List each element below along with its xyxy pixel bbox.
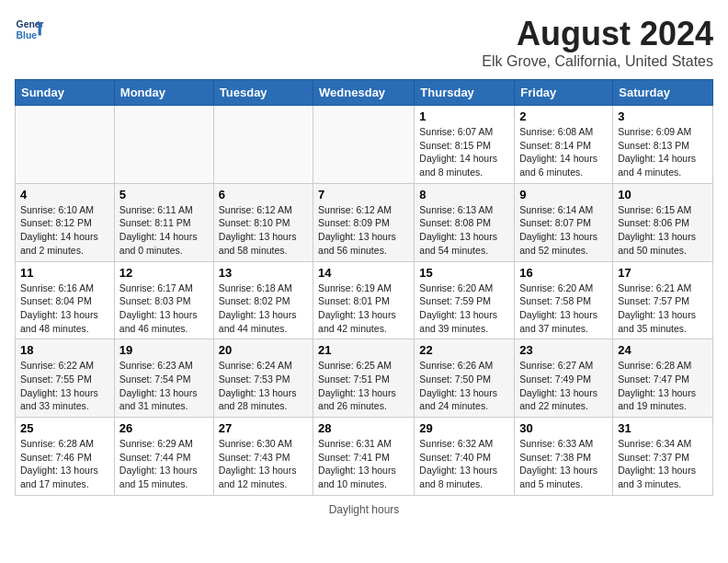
page-subtitle: Elk Grove, California, United States — [482, 53, 713, 70]
day-info: Sunrise: 6:17 AM Sunset: 8:03 PM Dayligh… — [119, 282, 209, 336]
footer-note: Daylight hours — [15, 503, 713, 516]
daylight-label: Daylight hours — [329, 503, 400, 516]
day-number: 5 — [119, 188, 209, 201]
day-number: 18 — [20, 343, 109, 357]
calendar-table: SundayMondayTuesdayWednesdayThursdayFrid… — [15, 79, 713, 496]
calendar-cell: 9Sunrise: 6:14 AM Sunset: 8:07 PM Daylig… — [515, 183, 613, 261]
day-info: Sunrise: 6:22 AM Sunset: 7:55 PM Dayligh… — [20, 359, 109, 413]
day-number: 24 — [618, 343, 708, 357]
calendar-cell: 6Sunrise: 6:12 AM Sunset: 8:10 PM Daylig… — [213, 183, 313, 261]
day-header-tuesday: Tuesday — [213, 80, 313, 106]
day-info: Sunrise: 6:16 AM Sunset: 8:04 PM Dayligh… — [20, 282, 109, 336]
calendar-cell: 2Sunrise: 6:08 AM Sunset: 8:14 PM Daylig… — [515, 106, 613, 184]
calendar-cell: 16Sunrise: 6:20 AM Sunset: 7:58 PM Dayli… — [515, 261, 613, 339]
day-info: Sunrise: 6:08 AM Sunset: 8:14 PM Dayligh… — [519, 125, 608, 179]
calendar-cell: 28Sunrise: 6:31 AM Sunset: 7:41 PM Dayli… — [313, 418, 415, 496]
day-info: Sunrise: 6:33 AM Sunset: 7:38 PM Dayligh… — [519, 437, 608, 491]
calendar-cell: 12Sunrise: 6:17 AM Sunset: 8:03 PM Dayli… — [114, 261, 213, 339]
day-number: 26 — [119, 421, 209, 435]
day-number: 8 — [419, 188, 509, 201]
day-number: 1 — [419, 109, 509, 123]
day-info: Sunrise: 6:12 AM Sunset: 8:09 PM Dayligh… — [318, 203, 409, 258]
calendar-cell: 25Sunrise: 6:28 AM Sunset: 7:46 PM Dayli… — [16, 418, 115, 496]
day-info: Sunrise: 6:21 AM Sunset: 7:57 PM Dayligh… — [618, 282, 708, 336]
day-number: 10 — [618, 188, 708, 201]
calendar-cell: 10Sunrise: 6:15 AM Sunset: 8:06 PM Dayli… — [613, 183, 713, 261]
day-info: Sunrise: 6:28 AM Sunset: 7:46 PM Dayligh… — [20, 437, 109, 491]
calendar-week-3: 11Sunrise: 6:16 AM Sunset: 8:04 PM Dayli… — [16, 261, 713, 339]
day-info: Sunrise: 6:25 AM Sunset: 7:51 PM Dayligh… — [318, 359, 409, 413]
day-number: 11 — [20, 266, 109, 280]
day-info: Sunrise: 6:27 AM Sunset: 7:49 PM Dayligh… — [519, 359, 608, 413]
calendar-cell: 7Sunrise: 6:12 AM Sunset: 8:09 PM Daylig… — [313, 183, 415, 261]
day-number: 17 — [618, 266, 708, 280]
calendar-week-1: 1Sunrise: 6:07 AM Sunset: 8:15 PM Daylig… — [16, 106, 713, 184]
header: General Blue August 2024 Elk Grove, Cali… — [15, 15, 713, 70]
calendar-cell: 14Sunrise: 6:19 AM Sunset: 8:01 PM Dayli… — [313, 261, 415, 339]
calendar-cell: 21Sunrise: 6:25 AM Sunset: 7:51 PM Dayli… — [313, 339, 415, 418]
day-number: 28 — [318, 421, 409, 435]
calendar-cell: 22Sunrise: 6:26 AM Sunset: 7:50 PM Dayli… — [415, 339, 515, 418]
calendar-cell: 24Sunrise: 6:28 AM Sunset: 7:47 PM Dayli… — [613, 339, 713, 418]
day-header-thursday: Thursday — [415, 80, 515, 106]
logo: General Blue — [15, 15, 44, 44]
calendar-cell — [213, 106, 313, 184]
day-info: Sunrise: 6:07 AM Sunset: 8:15 PM Dayligh… — [419, 125, 509, 179]
day-number: 2 — [519, 109, 608, 123]
calendar-cell: 19Sunrise: 6:23 AM Sunset: 7:54 PM Dayli… — [114, 339, 213, 418]
calendar-cell: 5Sunrise: 6:11 AM Sunset: 8:11 PM Daylig… — [114, 183, 213, 261]
day-info: Sunrise: 6:28 AM Sunset: 7:47 PM Dayligh… — [618, 359, 708, 413]
calendar-cell: 3Sunrise: 6:09 AM Sunset: 8:13 PM Daylig… — [613, 106, 713, 184]
day-info: Sunrise: 6:32 AM Sunset: 7:40 PM Dayligh… — [419, 437, 509, 491]
day-number: 25 — [20, 421, 109, 435]
day-header-saturday: Saturday — [613, 80, 713, 106]
day-number: 16 — [519, 266, 608, 280]
calendar-cell: 27Sunrise: 6:30 AM Sunset: 7:43 PM Dayli… — [213, 418, 313, 496]
day-number: 9 — [519, 188, 608, 201]
day-number: 14 — [318, 266, 409, 280]
day-info: Sunrise: 6:15 AM Sunset: 8:06 PM Dayligh… — [618, 203, 708, 258]
day-number: 4 — [20, 188, 109, 201]
calendar-cell: 8Sunrise: 6:13 AM Sunset: 8:08 PM Daylig… — [415, 183, 515, 261]
day-info: Sunrise: 6:18 AM Sunset: 8:02 PM Dayligh… — [219, 282, 308, 336]
calendar-cell: 1Sunrise: 6:07 AM Sunset: 8:15 PM Daylig… — [415, 106, 515, 184]
calendar-week-2: 4Sunrise: 6:10 AM Sunset: 8:12 PM Daylig… — [16, 183, 713, 261]
day-info: Sunrise: 6:24 AM Sunset: 7:53 PM Dayligh… — [219, 359, 308, 413]
day-info: Sunrise: 6:10 AM Sunset: 8:12 PM Dayligh… — [20, 203, 109, 258]
day-number: 3 — [618, 109, 708, 123]
day-info: Sunrise: 6:20 AM Sunset: 7:58 PM Dayligh… — [519, 282, 608, 336]
day-header-friday: Friday — [515, 80, 613, 106]
calendar-cell: 20Sunrise: 6:24 AM Sunset: 7:53 PM Dayli… — [213, 339, 313, 418]
day-info: Sunrise: 6:14 AM Sunset: 8:07 PM Dayligh… — [519, 203, 608, 258]
day-number: 23 — [519, 343, 608, 357]
logo-icon: General Blue — [15, 15, 44, 44]
calendar-cell: 23Sunrise: 6:27 AM Sunset: 7:49 PM Dayli… — [515, 339, 613, 418]
calendar-cell: 30Sunrise: 6:33 AM Sunset: 7:38 PM Dayli… — [515, 418, 613, 496]
day-number: 12 — [119, 266, 209, 280]
day-info: Sunrise: 6:11 AM Sunset: 8:11 PM Dayligh… — [119, 203, 209, 258]
day-info: Sunrise: 6:30 AM Sunset: 7:43 PM Dayligh… — [219, 437, 308, 491]
calendar-cell: 17Sunrise: 6:21 AM Sunset: 7:57 PM Dayli… — [613, 261, 713, 339]
day-header-monday: Monday — [114, 80, 213, 106]
day-info: Sunrise: 6:31 AM Sunset: 7:41 PM Dayligh… — [318, 437, 409, 491]
day-info: Sunrise: 6:12 AM Sunset: 8:10 PM Dayligh… — [219, 203, 308, 258]
day-info: Sunrise: 6:34 AM Sunset: 7:37 PM Dayligh… — [618, 437, 708, 491]
day-number: 30 — [519, 421, 608, 435]
day-info: Sunrise: 6:13 AM Sunset: 8:08 PM Dayligh… — [419, 203, 509, 258]
day-info: Sunrise: 6:09 AM Sunset: 8:13 PM Dayligh… — [618, 125, 708, 179]
calendar-week-5: 25Sunrise: 6:28 AM Sunset: 7:46 PM Dayli… — [16, 418, 713, 496]
calendar-cell: 11Sunrise: 6:16 AM Sunset: 8:04 PM Dayli… — [16, 261, 115, 339]
calendar-week-4: 18Sunrise: 6:22 AM Sunset: 7:55 PM Dayli… — [16, 339, 713, 418]
calendar-cell: 4Sunrise: 6:10 AM Sunset: 8:12 PM Daylig… — [16, 183, 115, 261]
svg-text:Blue: Blue — [17, 30, 38, 40]
calendar-cell — [16, 106, 115, 184]
day-number: 29 — [419, 421, 509, 435]
calendar-cell — [313, 106, 415, 184]
day-header-sunday: Sunday — [16, 80, 115, 106]
day-header-wednesday: Wednesday — [313, 80, 415, 106]
title-area: August 2024 Elk Grove, California, Unite… — [482, 15, 713, 70]
day-info: Sunrise: 6:29 AM Sunset: 7:44 PM Dayligh… — [119, 437, 209, 491]
day-info: Sunrise: 6:23 AM Sunset: 7:54 PM Dayligh… — [119, 359, 209, 413]
day-info: Sunrise: 6:19 AM Sunset: 8:01 PM Dayligh… — [318, 282, 409, 336]
calendar-cell — [114, 106, 213, 184]
